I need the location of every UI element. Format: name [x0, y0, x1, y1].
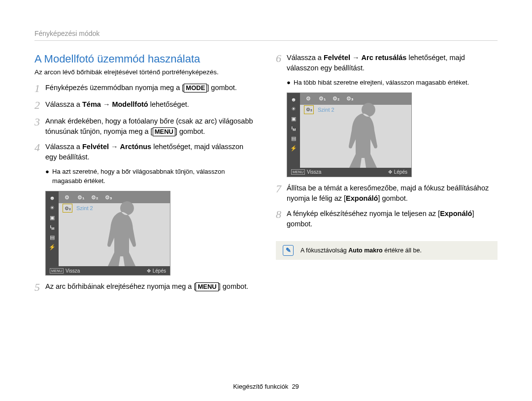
- step-text: Válassza a Felvétel → Arc retusálás lehe…: [287, 53, 498, 73]
- focus-icon: ▣: [48, 214, 56, 221]
- back-label: Vissza: [307, 169, 321, 175]
- lcd-bottom-bar: MENUVissza ✥Lépés: [46, 266, 170, 275]
- camera-lcd-preview: ☻ ☀ ▣ IM ▤ ⚡ ⚙ ⚙₁ ⚙₂ ⚙₃ ⚙₂ Szint 2: [45, 191, 170, 276]
- exposure-icon: ☀: [48, 204, 56, 211]
- nav-key-icon: ✥: [388, 169, 392, 175]
- level-icon: ⚙₁: [318, 95, 327, 103]
- steps-right: 6Válassza a Felvétel → Arc retusálás leh…: [276, 53, 498, 73]
- step-number: 1: [34, 83, 45, 94]
- footer-section: Kiegészítő funkciók: [233, 383, 288, 390]
- size-icon: IM: [48, 224, 56, 231]
- level-label: Szint 2: [76, 205, 93, 211]
- step-number: 7: [276, 183, 287, 195]
- menu-key-icon: MENU: [291, 169, 305, 175]
- camera-lcd-preview: ☻ ☀ ▣ IM ▤ ⚡ ⚙ ⚙₁ ⚙₂ ⚙₃ ⚙₂ Szint 2: [287, 93, 412, 177]
- section-subtitle: Az arcon lévő bőrhibák elrejtésével tört…: [34, 68, 256, 76]
- flash-icon: ⚡: [48, 244, 56, 250]
- step-text: Válassza a Felvétel → Arctónus lehetőség…: [45, 142, 256, 162]
- step-text: Állítsa be a témát a keresőmezőbe, majd …: [287, 183, 498, 204]
- face-icon: ☻: [48, 194, 56, 201]
- level-icon: ⚙: [304, 95, 313, 103]
- step-4-bullet: ●Ha azt szeretné, hogy a bőr világosabbn…: [45, 167, 256, 186]
- right-column: 6Válassza a Felvétel → Arc retusálás leh…: [276, 53, 498, 298]
- level-icon: ⚙: [63, 193, 71, 201]
- step-label: Lépés: [153, 268, 166, 274]
- step-text: Az arc bőrhibáinak elrejtéséhez nyomja m…: [45, 281, 256, 292]
- steps-left: 1Fényképezés üzemmódban nyomja meg a [MO…: [34, 83, 256, 162]
- page-footer: Kiegészítő funkciók 29: [0, 383, 532, 390]
- note-text: A fókusztávolság Auto makro értékre áll …: [300, 247, 422, 254]
- lcd-left-icons: ☻ ☀ ▣ IM ▤ ⚡: [287, 93, 300, 177]
- step-number: 3: [34, 116, 45, 128]
- lcd-left-icons: ☻ ☀ ▣ IM ▤ ⚡: [46, 191, 59, 275]
- menu-key-icon: MENU: [50, 268, 64, 274]
- breadcrumb: Fényképezési módok: [34, 30, 498, 41]
- nav-key-icon: ✥: [147, 268, 151, 274]
- step-text: Fényképezés üzemmódban nyomja meg a [MOD…: [45, 83, 256, 93]
- footer-page-number: 29: [292, 383, 299, 390]
- step-text: Válassza a Téma → Modellfotó lehetőséget…: [45, 99, 256, 110]
- person-silhouette-icon: [93, 197, 162, 271]
- info-note: ✎ A fókusztávolság Auto makro értékre ál…: [276, 241, 498, 260]
- step-number: 6: [276, 53, 287, 64]
- step-number: 4: [34, 142, 45, 154]
- step-text: Annak érdekében, hogy a fotóalany bőre (…: [45, 116, 256, 137]
- person-silhouette-icon: [334, 99, 403, 173]
- step-label: Lépés: [394, 169, 407, 175]
- steps-left-2: 5Az arc bőrhibáinak elrejtéséhez nyomja …: [34, 281, 256, 293]
- step-number: 8: [276, 209, 287, 220]
- level-selected-icon: ⚙₂: [304, 105, 314, 114]
- size-icon: IM: [290, 125, 298, 132]
- level-icon: ⚙₁: [76, 193, 85, 201]
- step-number: 5: [34, 281, 45, 293]
- step-6-bullet: ●Ha több hibát szeretne elrejteni, válas…: [287, 78, 498, 88]
- info-icon: ✎: [283, 245, 294, 256]
- left-column: A Modellfotó üzemmód használata Az arcon…: [34, 53, 256, 298]
- lcd-bottom-bar: MENUVissza ✥Lépés: [287, 168, 411, 177]
- level-label: Szint 2: [318, 107, 334, 113]
- focus-icon: ▣: [290, 116, 298, 123]
- quality-icon: ▤: [48, 234, 56, 241]
- exposure-icon: ☀: [290, 106, 298, 113]
- steps-right-2: 7Állítsa be a témát a keresőmezőbe, majd…: [276, 183, 498, 229]
- face-icon: ☻: [290, 96, 298, 103]
- step-text: A fénykép elkészítéséhez nyomja le telje…: [287, 209, 498, 229]
- level-selected-icon: ⚙₂: [63, 204, 72, 213]
- flash-icon: ⚡: [290, 145, 298, 152]
- step-number: 2: [34, 99, 45, 111]
- back-label: Vissza: [66, 268, 80, 274]
- quality-icon: ▤: [290, 135, 298, 142]
- section-title: A Modellfotó üzemmód használata: [34, 53, 256, 65]
